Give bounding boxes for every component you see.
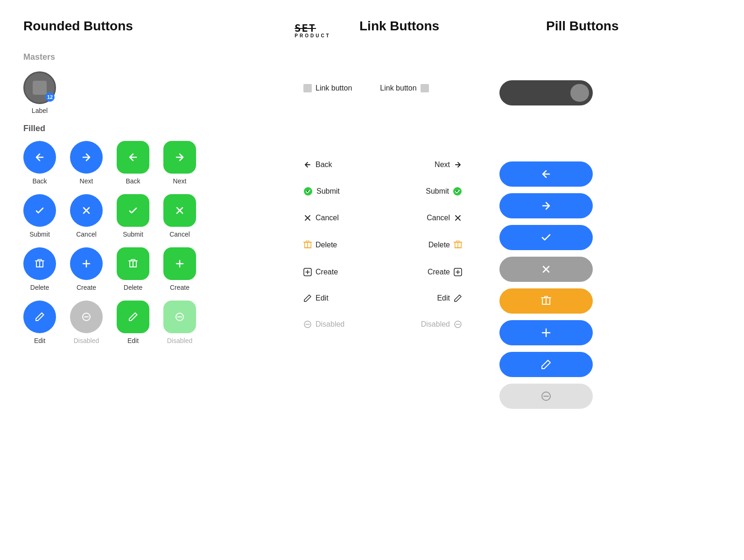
- pill-cancel-button[interactable]: [499, 257, 593, 282]
- pill-next-button[interactable]: [499, 193, 593, 218]
- link-create-left-label: Create: [316, 268, 338, 276]
- submit-label: Submit: [29, 231, 50, 238]
- svg-rect-4: [36, 266, 43, 267]
- submit-button-green-square[interactable]: [117, 194, 149, 227]
- svg-rect-29: [542, 298, 543, 305]
- link-create-right-button[interactable]: Create: [428, 264, 462, 280]
- pill-submit-button[interactable]: [499, 225, 593, 250]
- edit-button-blue-round[interactable]: [23, 301, 56, 333]
- next-green-label: Next: [173, 177, 187, 185]
- filled-label: Filled: [23, 124, 285, 133]
- master-badge: 12: [45, 92, 55, 102]
- btn-col-back-blue: Back: [23, 141, 56, 185]
- disabled-button-green-light-square: [163, 301, 196, 333]
- link-disabled-right-button: Disabled: [421, 316, 462, 332]
- link-submit-right-button[interactable]: Submit: [426, 183, 462, 200]
- create-button-blue-round[interactable]: [70, 247, 103, 280]
- btn-col-create-blue: Create: [70, 247, 103, 291]
- svg-rect-21: [461, 243, 462, 248]
- create-green-label: Create: [170, 284, 190, 291]
- link-create-right-label: Create: [428, 268, 450, 276]
- svg-rect-0: [35, 260, 44, 261]
- link-buttons-title: Link Buttons: [359, 19, 518, 34]
- link-submit-right-label: Submit: [426, 187, 449, 196]
- delete-button-green-square[interactable]: [117, 247, 149, 280]
- link-back-label: Back: [316, 161, 332, 169]
- btn-col-edit-blue: Edit: [23, 301, 56, 344]
- btn-col-next-blue: Next: [70, 141, 103, 185]
- link-masters-right[interactable]: Link button: [380, 80, 428, 96]
- link-cancel-right-label: Cancel: [427, 214, 450, 222]
- btn-col-submit-green: Submit: [117, 194, 149, 238]
- btn-col-delete-green: Delete: [117, 247, 149, 291]
- link-cancel-left-button[interactable]: Cancel: [303, 210, 339, 226]
- next-button-blue-round[interactable]: [70, 141, 103, 174]
- link-cancel-left-label: Cancel: [316, 214, 339, 222]
- toggle-pill[interactable]: [499, 80, 593, 105]
- back-button-green-square[interactable]: [117, 141, 149, 174]
- submit-button-blue-round[interactable]: [23, 194, 56, 227]
- link-delete-left-button[interactable]: Delete: [303, 236, 337, 254]
- svg-rect-31: [546, 298, 547, 305]
- logo-main: SET: [295, 22, 330, 34]
- create-label: Create: [77, 284, 96, 291]
- link-edit-right-button[interactable]: Edit: [437, 290, 462, 306]
- link-next-button[interactable]: Next: [435, 157, 462, 173]
- pill-disabled-button: [499, 384, 593, 409]
- link-sq-icon-right: [421, 84, 429, 92]
- svg-rect-28: [541, 297, 551, 298]
- svg-rect-30: [549, 298, 550, 305]
- btn-col-cancel-blue: Cancel: [70, 194, 103, 238]
- master-label: Label: [32, 107, 48, 114]
- link-sq-icon-left: [303, 84, 312, 92]
- pill-back-button[interactable]: [499, 161, 593, 187]
- edit-label: Edit: [34, 337, 45, 344]
- row-edit-disabled: Edit Disabled Edit: [23, 301, 285, 344]
- logo: SET PRODUCT: [295, 22, 330, 38]
- link-create-left-button[interactable]: Create: [303, 264, 338, 280]
- delete-label: Delete: [30, 284, 49, 291]
- link-submit-left-button[interactable]: Submit: [303, 183, 340, 200]
- back-label: Back: [32, 177, 47, 185]
- back-green-label: Back: [126, 177, 140, 185]
- pill-create-button[interactable]: [499, 320, 593, 345]
- link-edit-left-button[interactable]: Edit: [303, 290, 329, 306]
- svg-rect-18: [304, 247, 311, 248]
- btn-col-edit-green: Edit: [117, 301, 149, 344]
- svg-rect-9: [129, 266, 137, 267]
- btn-col-cancel-green: Cancel: [163, 194, 196, 238]
- link-masters-left[interactable]: Link button: [303, 80, 352, 96]
- cancel-button-green-square[interactable]: [163, 194, 196, 227]
- btn-col-disabled-green-light: Disabled: [163, 301, 196, 344]
- link-disabled-left-button: Disabled: [303, 316, 344, 332]
- disabled-green-light-label: Disabled: [167, 337, 192, 344]
- link-masters-left-label: Link button: [316, 84, 352, 92]
- btn-col-back-green: Back: [117, 141, 149, 185]
- logo-sub: PRODUCT: [295, 33, 330, 38]
- svg-rect-19: [454, 242, 462, 243]
- toggle-thumb: [570, 84, 589, 102]
- link-delete-right-button[interactable]: Delete: [428, 236, 462, 254]
- pill-edit-button[interactable]: [499, 352, 593, 377]
- btn-col-disabled-gray: Disabled: [70, 301, 103, 344]
- back-button-blue-round[interactable]: [23, 141, 56, 174]
- delete-button-blue-round[interactable]: [23, 247, 56, 280]
- link-cancel-right-button[interactable]: Cancel: [427, 210, 462, 226]
- link-back-button[interactable]: Back: [303, 157, 332, 173]
- rounded-buttons-title: Rounded Buttons: [23, 19, 285, 34]
- next-button-green-square[interactable]: [163, 141, 196, 174]
- create-button-green-square[interactable]: [163, 247, 196, 280]
- link-disabled-right-label: Disabled: [421, 320, 450, 329]
- cancel-label: Cancel: [76, 231, 97, 238]
- cancel-button-blue-round[interactable]: [70, 194, 103, 227]
- btn-col-delete-blue: Delete: [23, 247, 56, 291]
- pill-delete-button[interactable]: [499, 288, 593, 314]
- edit-button-green-square[interactable]: [117, 301, 149, 333]
- svg-rect-32: [542, 304, 550, 305]
- delete-green-label: Delete: [124, 284, 142, 291]
- submit-green-label: Submit: [123, 231, 143, 238]
- link-delete-right-label: Delete: [428, 241, 450, 249]
- masters-label: Masters: [23, 52, 285, 62]
- link-submit-left-label: Submit: [316, 187, 340, 196]
- row-delete-create: Delete Create Delete: [23, 247, 285, 291]
